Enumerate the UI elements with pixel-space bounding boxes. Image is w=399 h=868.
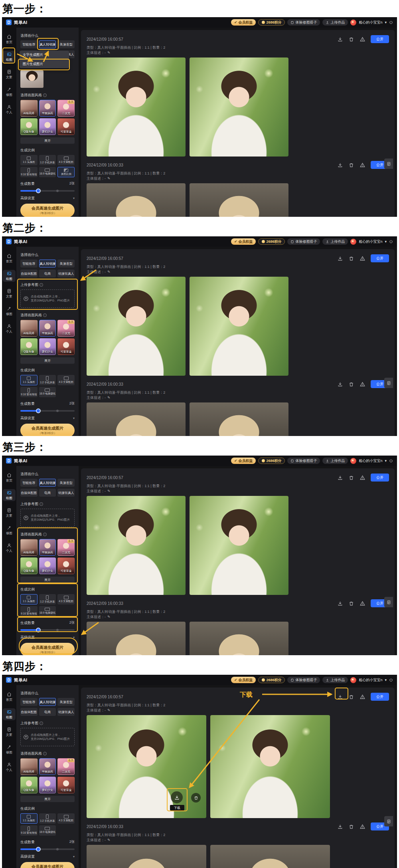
nav-home[interactable]: 首页 [3, 472, 16, 484]
download-button[interactable] [336, 161, 344, 169]
ratio-1-1[interactable]: 1:1 头像图 [20, 594, 38, 604]
download-button[interactable] [336, 35, 344, 44]
uploaded-reference-photo[interactable] [20, 70, 43, 88]
nav-retouch[interactable]: 修图 [3, 305, 16, 317]
nav-home[interactable]: 首页 [3, 252, 16, 264]
category-media-illustration[interactable]: 自媒体配图 [20, 708, 38, 716]
points-badge[interactable]: 2686积分 [258, 19, 285, 26]
ratio-16-9[interactable]: 16:9 电脑壁纸 [39, 167, 56, 177]
style-anime[interactable]: 会员二次元 [57, 539, 75, 556]
report-button[interactable] [358, 35, 367, 44]
category-anime-to-photo[interactable]: 动漫转真人 [57, 489, 75, 497]
edit-icon[interactable]: ✎ [107, 489, 111, 493]
delete-button[interactable] [347, 599, 356, 608]
ratio-4-3[interactable]: 4:3 文章配图 [57, 594, 75, 604]
generated-image-2[interactable] [190, 183, 288, 217]
nav-home[interactable]: 首页 [3, 33, 16, 45]
ratio-original[interactable]: 原图比例 [57, 167, 75, 177]
style-flat-illustration[interactable]: 平面插画 [39, 539, 56, 556]
generated-image-2[interactable] [190, 402, 288, 436]
generated-image-1[interactable] [87, 57, 186, 157]
download-button[interactable] [336, 599, 344, 608]
category-comic-style[interactable]: 美漫造型 [57, 698, 75, 706]
app-logo-icon[interactable]: D [6, 20, 12, 25]
style-cute-blindbox[interactable]: 可爱盲盒 [57, 338, 75, 355]
count-slider[interactable] [20, 188, 75, 192]
slider-knob[interactable] [36, 408, 41, 413]
feedback-float-button[interactable] [384, 378, 393, 388]
category-smart-recommend[interactable]: 智能推荐 [20, 40, 38, 48]
nav-copywriting[interactable]: 文案 [3, 726, 16, 738]
chevron-down-icon[interactable]: ▾ [385, 678, 387, 682]
user-avatar[interactable] [350, 458, 356, 464]
chevron-down-icon[interactable]: ▾ [385, 459, 387, 463]
style-chibi-avatar[interactable]: Q版头像 [20, 557, 38, 574]
generated-image-1[interactable] [87, 277, 186, 376]
publish-button[interactable]: 公开 [371, 474, 389, 482]
user-avatar[interactable] [350, 677, 356, 683]
upload-dropzone[interactable]: 点击或拖拽图片上传， 支持20M以内JPG、PNG图片 [20, 728, 75, 746]
edit-icon[interactable]: ✎ [107, 708, 111, 712]
style-anime[interactable]: 会员二次元 [57, 758, 75, 775]
upload-works-button[interactable]: 上传作品 [322, 19, 348, 26]
delete-button[interactable] [347, 692, 356, 701]
feedback-float-button[interactable] [384, 159, 393, 169]
ratio-16-9[interactable]: 16:9 电脑壁纸 [39, 387, 56, 397]
points-badge[interactable]: 2686积分 [258, 677, 285, 683]
delete-button[interactable] [347, 822, 356, 831]
edit-icon[interactable]: ✎ [107, 51, 111, 55]
expand-styles-button[interactable]: 展开 [20, 357, 75, 364]
generated-image-1[interactable] [87, 845, 206, 868]
nav-home[interactable]: 首页 [3, 691, 16, 703]
slider-knob[interactable] [36, 188, 41, 193]
ratio-4-3[interactable]: 4:3 文章配图 [57, 813, 75, 824]
upload-works-button[interactable]: 上传作品 [322, 238, 348, 245]
count-slider[interactable] [20, 628, 75, 632]
category-comic-style[interactable]: 美漫造型 [57, 260, 75, 268]
generated-image-2[interactable] [190, 496, 288, 595]
generated-image-1[interactable] [87, 622, 186, 655]
menu-text-to-image[interactable]: 文字生成图片 [20, 51, 69, 59]
category-media-illustration[interactable]: 自媒体配图 [20, 270, 38, 277]
generate-button[interactable]: 会员高速生成图片 （每张2积分） [20, 424, 75, 436]
category-ecommerce[interactable]: 电商 [39, 270, 56, 277]
style-flat-illustration[interactable]: 平面插画 [39, 320, 56, 337]
publish-button[interactable]: 公开 [371, 35, 389, 43]
style-dreamy-girl[interactable]: 梦幻少女 [39, 338, 56, 355]
report-button[interactable] [358, 822, 367, 831]
chevron-down-icon[interactable]: ▾ [385, 20, 387, 24]
count-slider[interactable] [20, 847, 75, 851]
category-photo-to-anime[interactable]: 真人转动漫 [39, 479, 56, 487]
generate-button[interactable]: 会员高速生成图片 （每张2积分） [20, 862, 75, 868]
publish-button[interactable]: 公开 [371, 693, 389, 701]
points-badge[interactable]: 2686积分 [258, 458, 285, 464]
nav-draw[interactable]: 绘图 [3, 270, 16, 282]
ratio-1-2[interactable]: 1:2 手机屏幕 [39, 813, 56, 824]
ratio-1-2[interactable]: 1:2 手机屏幕 [39, 155, 56, 165]
style-chibi-avatar[interactable]: Q版头像 [20, 338, 38, 355]
nav-draw[interactable]: 绘图 [3, 708, 16, 720]
app-logo-icon[interactable]: D [6, 458, 12, 464]
nav-profile[interactable]: 个人 [3, 761, 16, 773]
generated-image-1[interactable] [87, 183, 186, 217]
style-dreamy-girl[interactable]: 梦幻少女 [39, 118, 56, 135]
category-media-illustration[interactable]: 自媒体配图 [20, 489, 38, 497]
generate-button[interactable]: 会员高速生成图片 （每张2积分） [20, 204, 75, 217]
tryout-retouch-button[interactable]: 体验修图搭子 [287, 238, 320, 245]
category-smart-recommend[interactable]: 智能推荐 [20, 479, 38, 487]
feedback-float-button[interactable] [384, 597, 393, 607]
ratio-1-2[interactable]: 1:2 手机屏幕 [39, 375, 56, 385]
member-benefits-button[interactable]: ✔ 会员权益 [231, 677, 256, 683]
advanced-settings[interactable]: 高级设置 ▾ [20, 196, 75, 200]
user-avatar[interactable] [350, 20, 356, 26]
logout-icon[interactable] [389, 676, 393, 684]
image-download-button[interactable]: 下载 [171, 791, 183, 803]
member-benefits-button[interactable]: ✔ 会员权益 [231, 458, 256, 464]
category-photo-to-anime[interactable]: 真人转动漫 [39, 260, 56, 268]
delete-button[interactable] [347, 161, 356, 169]
app-logo-icon[interactable]: D [6, 677, 12, 683]
category-comic-style[interactable]: 美漫造型 [57, 479, 75, 487]
ratio-9-16[interactable]: 9:16 宣传海报 [20, 606, 38, 616]
tryout-retouch-button[interactable]: 体验修图搭子 [287, 458, 320, 464]
ratio-4-3[interactable]: 4:3 文章配图 [57, 375, 75, 385]
